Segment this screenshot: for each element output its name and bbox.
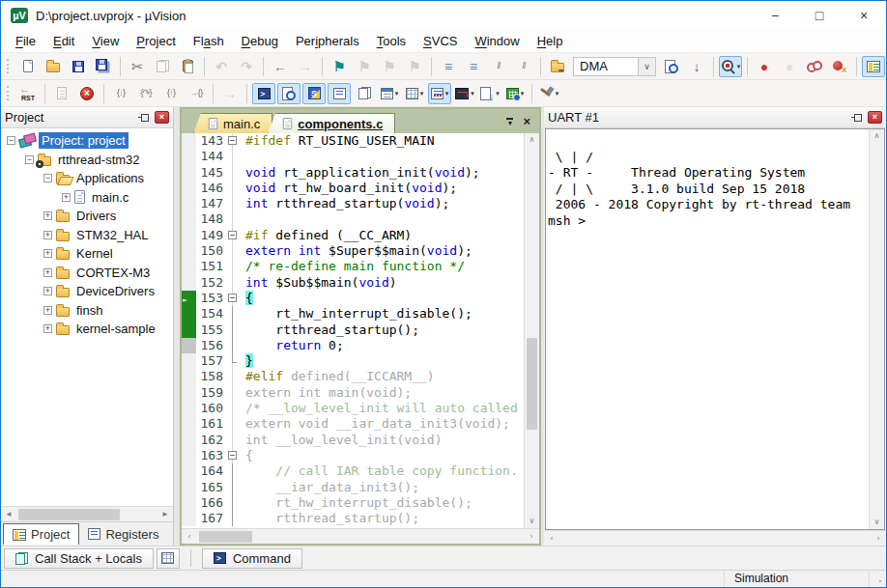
fold-collapse-icon[interactable]: −	[228, 451, 237, 460]
bookmark-prev-button[interactable]: ⚑	[378, 56, 401, 77]
tree-item-stm32-hal[interactable]: +STM32_HAL	[1, 226, 173, 245]
debug-toolbox-button[interactable]: ▾	[537, 83, 560, 104]
menu-help[interactable]: Help	[529, 31, 572, 51]
paste-button[interactable]	[176, 56, 199, 77]
tree-item-drivers[interactable]: +Drivers	[1, 207, 173, 226]
expand-expander-icon[interactable]: +	[43, 249, 52, 258]
close-document-icon[interactable]: ×	[523, 115, 530, 127]
step-out-button[interactable]: {↑}	[159, 83, 183, 104]
menu-debug[interactable]: Debug	[233, 31, 287, 51]
tree-item-kernel[interactable]: +Kernel	[1, 244, 173, 264]
analysis-windows-button[interactable]	[353, 83, 376, 104]
watch-windows-button[interactable]: ▾	[428, 83, 451, 104]
run-button[interactable]	[50, 83, 73, 104]
breakpoint-disable-all-button[interactable]	[803, 56, 826, 77]
scroll-up-icon[interactable]: ∧	[529, 133, 535, 147]
breakpoint-disable-button[interactable]: ●	[778, 56, 801, 77]
expand-expander-icon[interactable]: +	[62, 193, 71, 202]
pin-icon[interactable]	[138, 112, 149, 123]
scroll-right-icon[interactable]: ›	[871, 534, 886, 543]
memory-window-dock-button[interactable]	[157, 548, 180, 569]
scroll-thumb[interactable]	[527, 338, 537, 430]
navigate-back-button[interactable]: ←	[269, 56, 292, 77]
step-over-button[interactable]: {↷}	[134, 83, 157, 104]
stop-button[interactable]	[75, 83, 99, 104]
fold-collapse-icon[interactable]: −	[228, 294, 237, 302]
breakpoint-kill-all-button[interactable]	[828, 56, 851, 77]
expand-expander-icon[interactable]: +	[43, 324, 52, 333]
symbols-window-button[interactable]	[302, 83, 326, 104]
reset-button[interactable]: RST	[16, 83, 40, 104]
stack-locals-window-button[interactable]: ▾	[478, 83, 501, 104]
navigate-forward-button[interactable]: →	[294, 56, 317, 77]
resize-grip[interactable]	[870, 571, 886, 587]
project-horizontal-scrollbar[interactable]: ◄ ►	[1, 506, 173, 521]
scroll-right-icon[interactable]: ›	[524, 532, 539, 541]
scroll-up-icon[interactable]: ∧	[874, 129, 880, 143]
panel-tab-registers[interactable]: Registers	[79, 523, 167, 545]
scroll-track[interactable]	[559, 531, 871, 546]
scroll-track[interactable]	[525, 147, 539, 515]
tree-item-cortex-m3[interactable]: +CORTEX-M3	[1, 264, 173, 283]
outdent-button[interactable]: ≡	[462, 56, 485, 77]
logic-analyzer-button[interactable]: ▾	[453, 83, 476, 104]
copy-button[interactable]	[151, 56, 174, 77]
collapse-expander-icon[interactable]: −	[25, 155, 34, 164]
scroll-down-icon[interactable]: ∨	[529, 515, 535, 528]
scroll-down-icon[interactable]: ∨	[874, 516, 880, 529]
tree-item-kernel-sample[interactable]: +kernel-sample	[1, 320, 173, 339]
run-to-cursor-button[interactable]: →	[218, 83, 242, 104]
redo-button[interactable]: ↷	[235, 56, 258, 77]
menu-file[interactable]: File	[7, 31, 44, 51]
uart-vertical-scrollbar[interactable]: ∧ ∨	[869, 129, 884, 529]
scroll-thumb[interactable]	[199, 531, 252, 543]
editor-tab-components-c[interactable]: components.c	[268, 113, 395, 133]
collapse-expander-icon[interactable]: −	[43, 174, 52, 182]
tree-item-project-project[interactable]: −Project: project	[1, 131, 173, 151]
tree-item-main-c[interactable]: +main.c	[1, 188, 173, 208]
combo-dropdown-icon[interactable]: ∨	[638, 58, 655, 75]
project-window-button[interactable]	[862, 56, 885, 77]
tree-item-applications[interactable]: −Applications	[1, 169, 173, 188]
fold-collapse-icon[interactable]: −	[228, 136, 237, 145]
uart-horizontal-scrollbar[interactable]: ‹ ›	[544, 530, 886, 546]
uart-terminal-output[interactable]: \ | / - RT - Thread Operating System / |…	[546, 129, 869, 529]
save-all-button[interactable]	[92, 56, 115, 77]
disassembly-window-button[interactable]	[277, 83, 300, 104]
expand-expander-icon[interactable]: +	[43, 231, 52, 239]
scroll-left-icon[interactable]: ‹	[182, 532, 197, 541]
editor-vertical-scrollbar[interactable]: ∧ ∨	[524, 133, 539, 528]
breakpoint-toggle-button[interactable]: ●	[753, 56, 776, 77]
incremental-find-button[interactable]: ↓	[685, 56, 708, 77]
undo-button[interactable]: ↶	[210, 56, 233, 77]
scroll-left-icon[interactable]: ◄	[1, 510, 16, 518]
scroll-track[interactable]	[870, 143, 884, 516]
indent-button[interactable]: ≡	[437, 56, 460, 77]
expand-expander-icon[interactable]: +	[43, 287, 52, 295]
run-to-line-button[interactable]: →{}	[185, 83, 208, 104]
menu-flash[interactable]: Flash	[185, 31, 233, 51]
command-window-button[interactable]	[252, 83, 275, 104]
fold-collapse-icon[interactable]: −	[228, 231, 237, 239]
editor-tab-main-c[interactable]: main.c	[193, 113, 272, 133]
close-button[interactable]: ×	[842, 1, 886, 30]
scroll-thumb[interactable]	[18, 509, 120, 520]
step-into-button[interactable]: {↓}	[109, 83, 132, 104]
bookmark-toggle-button[interactable]: ⚑	[328, 56, 351, 77]
trace-windows-button[interactable]: ▾	[378, 83, 401, 104]
comment-button[interactable]: //	[487, 56, 510, 77]
search-combo[interactable]: DMA∨	[573, 57, 656, 76]
panel-tab-project[interactable]: Project	[3, 523, 79, 545]
uncomment-button[interactable]: //	[512, 56, 535, 77]
tab-list-dropdown-icon[interactable]: ▼	[506, 118, 513, 126]
scroll-right-icon[interactable]: ►	[157, 510, 173, 518]
expand-expander-icon[interactable]: +	[43, 211, 52, 220]
open-file-button[interactable]	[42, 56, 65, 77]
tree-item-devicedrivers[interactable]: +DeviceDrivers	[1, 282, 173, 301]
menu-project[interactable]: Project	[128, 31, 184, 51]
expand-expander-icon[interactable]: +	[43, 268, 52, 277]
bookmark-next-button[interactable]: ⚑	[353, 56, 376, 77]
expand-expander-icon[interactable]: +	[43, 306, 52, 315]
menu-view[interactable]: View	[83, 31, 128, 51]
scroll-track[interactable]	[16, 507, 157, 521]
